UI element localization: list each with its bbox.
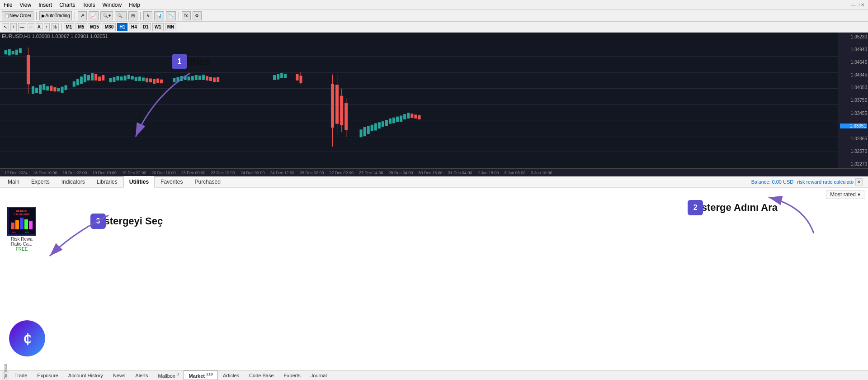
search-close-button[interactable]: ✕	[855, 178, 863, 185]
chart-tool-1[interactable]: ↗	[78, 11, 87, 20]
indicator-button[interactable]: fx	[182, 11, 191, 20]
cursor-tool[interactable]: ↖	[2, 23, 9, 31]
new-order-button[interactable]: 📋 New Order	[2, 11, 33, 20]
svg-rect-12	[12, 51, 14, 54]
separator-tf	[61, 23, 61, 31]
svg-text:BUY: BUY	[25, 231, 29, 233]
menu-charts[interactable]: Charts	[59, 2, 75, 8]
chart-canvas[interactable]	[0, 41, 838, 168]
svg-rect-34	[95, 74, 97, 80]
tab-libraries[interactable]: Libraries	[91, 176, 123, 188]
svg-rect-35	[99, 77, 101, 81]
terminal-tab-code-base[interactable]: Code Base	[244, 371, 278, 380]
menu-help[interactable]: Help	[129, 2, 140, 8]
terminal-side-label: Terminal	[2, 370, 9, 380]
svg-rect-52	[173, 78, 175, 82]
svg-rect-20	[39, 85, 42, 94]
autotrading-button[interactable]: ▶ AutoTrading	[39, 11, 72, 20]
svg-rect-104	[11, 223, 14, 229]
settings-button[interactable]: ⚙	[193, 11, 202, 20]
hline-tool[interactable]: ─	[28, 23, 34, 31]
tab-indicators[interactable]: Indicators	[56, 176, 91, 188]
tf-h4[interactable]: H4	[129, 23, 139, 31]
svg-rect-44	[135, 77, 137, 81]
market-toolbar: Most rated ▾	[0, 188, 868, 201]
tab-utilities[interactable]: Utilities	[123, 176, 155, 188]
terminal-tab-exposure[interactable]: Exposure	[32, 371, 63, 380]
svg-text:₵: ₵	[23, 332, 31, 346]
product-logo-circle[interactable]: ₵	[9, 320, 45, 356]
crosshair-tool[interactable]: +	[10, 23, 17, 31]
terminal-tab-news[interactable]: News	[108, 371, 131, 380]
tf-mn[interactable]: MN	[165, 23, 177, 31]
chart-type-line[interactable]: 📉	[166, 11, 176, 20]
menu-tools[interactable]: Tools	[83, 2, 95, 8]
terminal-tab-mailbox[interactable]: Mailbox 8	[153, 370, 184, 380]
tf-w1[interactable]: W1	[152, 23, 164, 31]
svg-rect-68	[284, 74, 287, 78]
terminal-tab-experts[interactable]: Experts	[279, 371, 306, 380]
tf-d1[interactable]: D1	[141, 23, 151, 31]
svg-rect-24	[54, 87, 56, 91]
tab-purchased[interactable]: Purchased	[189, 176, 226, 188]
chart-tool-3[interactable]: 🔍+	[100, 11, 113, 20]
tab-main[interactable]: Main	[2, 176, 25, 188]
svg-rect-73	[331, 84, 334, 128]
menu-window[interactable]: Window	[103, 2, 122, 8]
menu-file[interactable]: File	[4, 2, 12, 8]
separator-2	[75, 12, 75, 20]
most-rated-dropdown[interactable]: Most rated ▾	[826, 190, 864, 199]
arrow-tool[interactable]: ↑	[44, 23, 50, 31]
svg-rect-84	[371, 125, 373, 131]
svg-rect-47	[146, 78, 148, 82]
svg-rect-49	[153, 79, 156, 84]
toolbar-timeframes: ↖ + — ─ A ↑ % M1 M5 M15 M30 H1 H4 D1 W1 …	[0, 22, 868, 33]
tf-h1[interactable]: H1	[117, 23, 127, 31]
terminal-tab-alerts[interactable]: Alerts	[130, 371, 153, 380]
separator-4	[179, 12, 179, 20]
svg-rect-45	[138, 77, 141, 81]
terminal-tab-account-history[interactable]: Account History	[63, 371, 108, 380]
svg-rect-56	[188, 77, 190, 80]
svg-rect-80	[345, 103, 348, 130]
svg-rect-81	[360, 130, 362, 137]
tf-m15[interactable]: M15	[88, 23, 101, 31]
svg-rect-39	[117, 76, 119, 81]
tab-experts[interactable]: Experts	[25, 176, 56, 188]
svg-rect-42	[127, 75, 130, 79]
svg-rect-18	[32, 86, 34, 94]
tab-favorites[interactable]: Favorites	[155, 176, 189, 188]
period-tool[interactable]: %	[51, 23, 59, 31]
chart-section: EURUSD,H1 1.03008 1.03067 1.02981 1.0305…	[0, 33, 868, 168]
most-rated-label: Most rated	[830, 191, 856, 198]
text-tool[interactable]: A	[36, 23, 42, 31]
tf-m5[interactable]: M5	[75, 23, 86, 31]
chart-type-bar[interactable]: 📊	[154, 11, 164, 20]
terminal-tab-articles[interactable]: Articles	[218, 371, 244, 380]
chart-tool-4[interactable]: 🔍-	[115, 11, 126, 20]
chart-type-candle[interactable]: 🕯	[143, 11, 152, 20]
svg-rect-59	[198, 76, 201, 80]
product-logo-icon: ₵	[16, 327, 38, 350]
svg-rect-10	[5, 50, 7, 54]
svg-rect-63	[213, 78, 216, 82]
svg-rect-28	[73, 81, 75, 86]
line-tool[interactable]: —	[18, 23, 26, 31]
svg-text:RR RATIO: RR RATIO	[16, 210, 27, 213]
symbol-label: EURUSD,H1 1.03008 1.03067 1.02981 1.0305…	[2, 33, 108, 39]
terminal-tab-trade[interactable]: Trade	[9, 371, 32, 380]
svg-rect-55	[184, 76, 186, 80]
tf-m1[interactable]: M1	[64, 23, 75, 31]
terminal-tab-market[interactable]: Market 118	[184, 370, 218, 380]
menu-insert[interactable]: Insert	[38, 2, 52, 8]
svg-rect-19	[36, 88, 38, 93]
svg-rect-48	[149, 79, 151, 82]
terminal-tab-journal[interactable]: Journal	[306, 371, 332, 380]
chart-tool-5[interactable]: ⊞	[128, 11, 137, 20]
svg-rect-83	[367, 126, 369, 133]
chart-tool-2[interactable]: 📈	[89, 11, 99, 20]
svg-rect-50	[157, 79, 159, 83]
svg-rect-60	[202, 75, 204, 80]
menu-view[interactable]: View	[19, 2, 31, 8]
tf-m30[interactable]: M30	[103, 23, 116, 31]
